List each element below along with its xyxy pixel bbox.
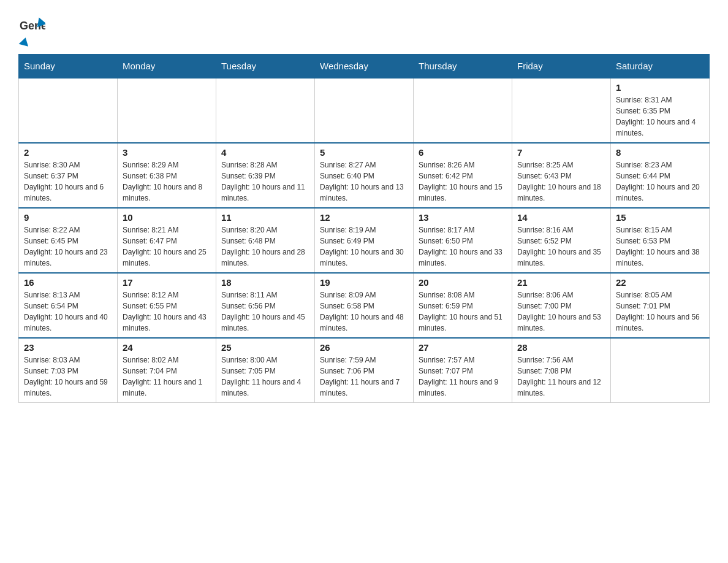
day-number: 17 (123, 277, 211, 288)
day-number: 2 (24, 147, 112, 158)
calendar-cell: 2Sunrise: 8:30 AM Sunset: 6:37 PM Daylig… (19, 143, 118, 208)
day-info: Sunrise: 8:27 AM Sunset: 6:40 PM Dayligh… (320, 159, 408, 204)
day-number: 10 (123, 212, 211, 223)
calendar-week-4: 16Sunrise: 8:13 AM Sunset: 6:54 PM Dayli… (19, 273, 710, 338)
calendar-cell (118, 78, 216, 143)
calendar-week-5: 23Sunrise: 8:03 AM Sunset: 7:03 PM Dayli… (19, 338, 710, 403)
day-info: Sunrise: 8:25 AM Sunset: 6:43 PM Dayligh… (517, 159, 605, 204)
calendar-cell: 19Sunrise: 8:09 AM Sunset: 6:58 PM Dayli… (315, 273, 414, 338)
day-number: 23 (24, 342, 112, 353)
day-number: 11 (221, 212, 309, 223)
day-info: Sunrise: 8:05 AM Sunset: 7:01 PM Dayligh… (616, 289, 704, 334)
day-info: Sunrise: 8:23 AM Sunset: 6:44 PM Dayligh… (616, 159, 704, 204)
calendar-cell: 3Sunrise: 8:29 AM Sunset: 6:38 PM Daylig… (118, 143, 216, 208)
calendar-cell: 12Sunrise: 8:19 AM Sunset: 6:49 PM Dayli… (315, 208, 414, 273)
calendar-week-2: 2Sunrise: 8:30 AM Sunset: 6:37 PM Daylig… (19, 143, 710, 208)
day-info: Sunrise: 8:29 AM Sunset: 6:38 PM Dayligh… (123, 159, 211, 204)
calendar-cell: 25Sunrise: 8:00 AM Sunset: 7:05 PM Dayli… (216, 338, 315, 403)
day-number: 26 (320, 342, 408, 353)
day-info: Sunrise: 8:20 AM Sunset: 6:48 PM Dayligh… (221, 224, 309, 269)
calendar-cell: 4Sunrise: 8:28 AM Sunset: 6:39 PM Daylig… (216, 143, 315, 208)
day-header-friday: Friday (512, 55, 611, 79)
day-number: 18 (221, 277, 309, 288)
calendar-cell: 8Sunrise: 8:23 AM Sunset: 6:44 PM Daylig… (611, 143, 710, 208)
day-info: Sunrise: 8:02 AM Sunset: 7:04 PM Dayligh… (123, 354, 211, 399)
calendar-cell: 9Sunrise: 8:22 AM Sunset: 6:45 PM Daylig… (19, 208, 118, 273)
day-number: 12 (320, 212, 408, 223)
calendar-cell: 23Sunrise: 8:03 AM Sunset: 7:03 PM Dayli… (19, 338, 118, 403)
day-number: 22 (616, 277, 704, 288)
day-number: 7 (517, 147, 605, 158)
day-info: Sunrise: 8:31 AM Sunset: 6:35 PM Dayligh… (616, 94, 704, 139)
header: General (18, 12, 710, 48)
day-info: Sunrise: 8:21 AM Sunset: 6:47 PM Dayligh… (123, 224, 211, 269)
day-header-tuesday: Tuesday (216, 55, 315, 79)
day-info: Sunrise: 7:59 AM Sunset: 7:06 PM Dayligh… (320, 354, 408, 399)
calendar-cell (611, 338, 710, 403)
day-info: Sunrise: 8:08 AM Sunset: 6:59 PM Dayligh… (419, 289, 507, 334)
day-info: Sunrise: 8:30 AM Sunset: 6:37 PM Dayligh… (24, 159, 112, 204)
day-number: 15 (616, 212, 704, 223)
day-info: Sunrise: 8:26 AM Sunset: 6:42 PM Dayligh… (419, 159, 507, 204)
calendar: SundayMondayTuesdayWednesdayThursdayFrid… (18, 54, 710, 403)
day-info: Sunrise: 8:03 AM Sunset: 7:03 PM Dayligh… (24, 354, 112, 399)
calendar-cell: 24Sunrise: 8:02 AM Sunset: 7:04 PM Dayli… (118, 338, 216, 403)
calendar-cell (315, 78, 414, 143)
calendar-cell: 28Sunrise: 7:56 AM Sunset: 7:08 PM Dayli… (512, 338, 611, 403)
calendar-cell: 13Sunrise: 8:17 AM Sunset: 6:50 PM Dayli… (414, 208, 512, 273)
day-info: Sunrise: 7:57 AM Sunset: 7:07 PM Dayligh… (419, 354, 507, 399)
day-number: 24 (123, 342, 211, 353)
calendar-cell (216, 78, 315, 143)
day-info: Sunrise: 8:06 AM Sunset: 7:00 PM Dayligh… (517, 289, 605, 334)
calendar-cell: 1Sunrise: 8:31 AM Sunset: 6:35 PM Daylig… (611, 78, 710, 143)
day-info: Sunrise: 8:12 AM Sunset: 6:55 PM Dayligh… (123, 289, 211, 334)
calendar-cell: 22Sunrise: 8:05 AM Sunset: 7:01 PM Dayli… (611, 273, 710, 338)
day-number: 6 (419, 147, 507, 158)
day-number: 27 (419, 342, 507, 353)
calendar-cell: 16Sunrise: 8:13 AM Sunset: 6:54 PM Dayli… (19, 273, 118, 338)
day-number: 20 (419, 277, 507, 288)
day-number: 16 (24, 277, 112, 288)
day-info: Sunrise: 8:22 AM Sunset: 6:45 PM Dayligh… (24, 224, 112, 269)
day-number: 1 (616, 82, 704, 93)
day-number: 13 (419, 212, 507, 223)
calendar-cell: 18Sunrise: 8:11 AM Sunset: 6:56 PM Dayli… (216, 273, 315, 338)
calendar-cell: 7Sunrise: 8:25 AM Sunset: 6:43 PM Daylig… (512, 143, 611, 208)
calendar-cell: 10Sunrise: 8:21 AM Sunset: 6:47 PM Dayli… (118, 208, 216, 273)
calendar-week-1: 1Sunrise: 8:31 AM Sunset: 6:35 PM Daylig… (19, 78, 710, 143)
logo: General (18, 12, 45, 48)
day-number: 9 (24, 212, 112, 223)
day-info: Sunrise: 8:16 AM Sunset: 6:52 PM Dayligh… (517, 224, 605, 269)
calendar-cell (414, 78, 512, 143)
day-header-monday: Monday (118, 55, 216, 79)
calendar-week-3: 9Sunrise: 8:22 AM Sunset: 6:45 PM Daylig… (19, 208, 710, 273)
day-info: Sunrise: 8:17 AM Sunset: 6:50 PM Dayligh… (419, 224, 507, 269)
calendar-cell: 6Sunrise: 8:26 AM Sunset: 6:42 PM Daylig… (414, 143, 512, 208)
calendar-header-row: SundayMondayTuesdayWednesdayThursdayFrid… (19, 55, 710, 79)
day-number: 25 (221, 342, 309, 353)
day-info: Sunrise: 8:11 AM Sunset: 6:56 PM Dayligh… (221, 289, 309, 334)
calendar-cell: 26Sunrise: 7:59 AM Sunset: 7:06 PM Dayli… (315, 338, 414, 403)
day-number: 19 (320, 277, 408, 288)
day-number: 14 (517, 212, 605, 223)
calendar-cell: 21Sunrise: 8:06 AM Sunset: 7:00 PM Dayli… (512, 273, 611, 338)
calendar-cell: 14Sunrise: 8:16 AM Sunset: 6:52 PM Dayli… (512, 208, 611, 273)
day-info: Sunrise: 8:13 AM Sunset: 6:54 PM Dayligh… (24, 289, 112, 334)
day-number: 8 (616, 147, 704, 158)
calendar-body: 1Sunrise: 8:31 AM Sunset: 6:35 PM Daylig… (19, 78, 710, 403)
calendar-cell: 11Sunrise: 8:20 AM Sunset: 6:48 PM Dayli… (216, 208, 315, 273)
calendar-cell: 20Sunrise: 8:08 AM Sunset: 6:59 PM Dayli… (414, 273, 512, 338)
day-number: 3 (123, 147, 211, 158)
calendar-cell (19, 78, 118, 143)
calendar-cell (512, 78, 611, 143)
day-number: 21 (517, 277, 605, 288)
calendar-cell: 15Sunrise: 8:15 AM Sunset: 6:53 PM Dayli… (611, 208, 710, 273)
day-info: Sunrise: 8:19 AM Sunset: 6:49 PM Dayligh… (320, 224, 408, 269)
day-number: 5 (320, 147, 408, 158)
calendar-cell: 17Sunrise: 8:12 AM Sunset: 6:55 PM Dayli… (118, 273, 216, 338)
day-header-saturday: Saturday (611, 55, 710, 79)
day-number: 4 (221, 147, 309, 158)
calendar-cell: 27Sunrise: 7:57 AM Sunset: 7:07 PM Dayli… (414, 338, 512, 403)
day-header-thursday: Thursday (414, 55, 512, 79)
day-info: Sunrise: 8:28 AM Sunset: 6:39 PM Dayligh… (221, 159, 309, 204)
